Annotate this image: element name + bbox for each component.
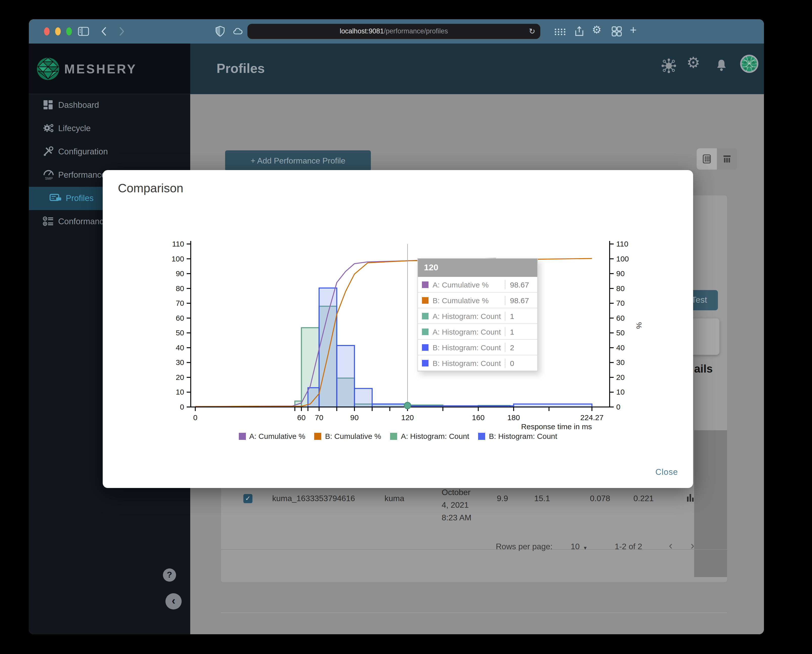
- svg-text:100: 100: [171, 255, 184, 263]
- app-header: Profiles ⚙: [190, 44, 764, 94]
- svg-text:80: 80: [616, 284, 624, 293]
- svg-text:60: 60: [176, 314, 184, 322]
- page-title: Profiles: [217, 61, 265, 76]
- profiles-card-icon: [50, 193, 62, 205]
- forward-icon[interactable]: [115, 25, 127, 40]
- tooltip-row: B: Cumulative %98.67: [418, 293, 537, 308]
- histogram-bar: [337, 345, 354, 407]
- tab-overview-icon[interactable]: [611, 25, 623, 40]
- svg-text:90: 90: [616, 269, 624, 278]
- grid-view-button[interactable]: [697, 148, 717, 170]
- details-panel-edge: [694, 430, 727, 577]
- lifecycle-gears-icon: [43, 122, 55, 134]
- meshery-logo-icon: [36, 57, 60, 81]
- series-swatch: [422, 344, 429, 350]
- back-icon[interactable]: [99, 25, 111, 40]
- svg-text:110: 110: [616, 240, 628, 248]
- svg-text:70: 70: [616, 299, 624, 307]
- legend-label: B: Histogram: Count: [489, 432, 557, 440]
- legend-swatch: [238, 432, 246, 440]
- details-heading-partial: ails: [694, 362, 713, 376]
- svg-text:110: 110: [172, 240, 184, 248]
- close-window-button[interactable]: [44, 28, 50, 35]
- zoom-window-button[interactable]: [66, 28, 72, 35]
- tooltip-row: B: Histogram: Count0: [418, 355, 537, 371]
- address-bar[interactable]: localhost:9081/performance/profiles ↻: [247, 24, 540, 39]
- rows-per-page-value[interactable]: 10: [571, 542, 580, 551]
- tooltip-row: B: Histogram: Count2: [418, 340, 537, 355]
- user-avatar[interactable]: [740, 55, 757, 72]
- legend-label: A: Cumulative %: [249, 432, 305, 440]
- shield-icon[interactable]: [215, 25, 226, 40]
- browser-settings-gear-icon[interactable]: ⚙: [592, 24, 601, 36]
- cloud-icon[interactable]: [232, 25, 246, 40]
- svg-text:0: 0: [180, 403, 184, 411]
- legend-swatch: [478, 432, 485, 440]
- minimize-window-button[interactable]: [55, 28, 61, 35]
- card-bottom-divider: [221, 613, 727, 613]
- sidebar-toggle-icon[interactable]: [78, 25, 90, 40]
- conformance-checklist-icon: [43, 215, 55, 228]
- settings-gear-icon[interactable]: ⚙: [687, 53, 704, 71]
- pagination-range: 1-2 of 2: [615, 542, 642, 551]
- sidebar-item-lifecycle[interactable]: Lifecycle: [29, 117, 190, 140]
- new-tab-icon[interactable]: +: [630, 23, 637, 37]
- url-host: localhost:9081: [340, 28, 384, 35]
- legend-item[interactable]: A: Cumulative %: [238, 432, 305, 440]
- svg-text:50: 50: [176, 329, 184, 337]
- browser-titlebar: localhost:9081/performance/profiles ↻ ⚙ …: [29, 19, 764, 44]
- svg-text:10: 10: [176, 388, 184, 396]
- sidebar-item-configuration[interactable]: Configuration: [29, 140, 190, 164]
- tooltip-row: A: Histogram: Count1: [418, 308, 537, 324]
- rows-per-page-caret-icon[interactable]: ▾: [584, 545, 587, 551]
- svg-text:0: 0: [193, 413, 198, 422]
- tooltip-series-label: A: Cumulative %: [433, 280, 505, 289]
- sidebar-item-dashboard[interactable]: Dashboard: [29, 94, 190, 117]
- row-chart-icon[interactable]: [686, 492, 695, 505]
- duration-cell: 15.1: [534, 494, 550, 503]
- performance-smp-icon: SMP: [43, 169, 55, 181]
- notifications-bell-icon[interactable]: [713, 57, 730, 75]
- table-view-button[interactable]: [717, 148, 737, 170]
- comparison-modal: Comparison 00101020203030404050506060707…: [103, 170, 693, 488]
- p50-cell: 0.078: [590, 494, 610, 503]
- close-button[interactable]: Close: [655, 467, 678, 477]
- row-checkbox[interactable]: ✓: [243, 494, 252, 503]
- y-axis-right-label: %: [635, 322, 643, 329]
- configuration-tools-icon: [43, 146, 55, 158]
- qps-cell: 9.9: [497, 494, 508, 503]
- svg-text:160: 160: [472, 413, 485, 422]
- tooltip-series-value: 2: [505, 343, 533, 351]
- legend-label: A: Histogram: Count: [401, 432, 469, 440]
- tooltip-row: A: Cumulative %98.67: [418, 277, 537, 293]
- share-icon[interactable]: [573, 25, 585, 40]
- date-cell-line: 8:23 AM: [442, 513, 471, 523]
- next-page-icon[interactable]: ›: [691, 539, 694, 552]
- collapse-sidebar-button[interactable]: ‹: [165, 593, 182, 610]
- x-axis-label: Response time in ms: [521, 422, 592, 431]
- legend-item[interactable]: B: Cumulative %: [314, 432, 381, 440]
- sidebar-item-label: Dashboard: [58, 100, 99, 110]
- legend-item[interactable]: A: Histogram: Count: [390, 432, 469, 440]
- p99-cell: 0.221: [633, 494, 654, 503]
- histogram-bar: [354, 388, 372, 407]
- tooltip-series-value: 1: [505, 327, 533, 336]
- add-performance-profile-button[interactable]: + Add Performance Profile: [225, 150, 371, 171]
- row-divider: [221, 549, 727, 550]
- series-swatch: [422, 313, 429, 319]
- svg-text:10: 10: [616, 388, 624, 396]
- tooltip-series-label: B: Cumulative %: [433, 296, 505, 304]
- chart-tooltip: 120 A: Cumulative %98.67B: Cumulative %9…: [417, 258, 538, 371]
- previous-page-icon[interactable]: ‹: [669, 539, 673, 552]
- svg-text:70: 70: [176, 299, 184, 307]
- legend-item[interactable]: B: Histogram: Count: [478, 432, 557, 440]
- help-button[interactable]: ?: [163, 568, 176, 582]
- mesh-adapters-icon[interactable]: [660, 57, 678, 75]
- extensions-grid-icon[interactable]: [553, 25, 566, 40]
- svg-text:70: 70: [315, 413, 323, 422]
- svg-text:120: 120: [401, 413, 414, 422]
- series-swatch: [422, 328, 429, 335]
- svg-text:30: 30: [176, 358, 184, 367]
- reload-icon[interactable]: ↻: [529, 24, 535, 39]
- tooltip-series-label: A: Histogram: Count: [433, 312, 505, 320]
